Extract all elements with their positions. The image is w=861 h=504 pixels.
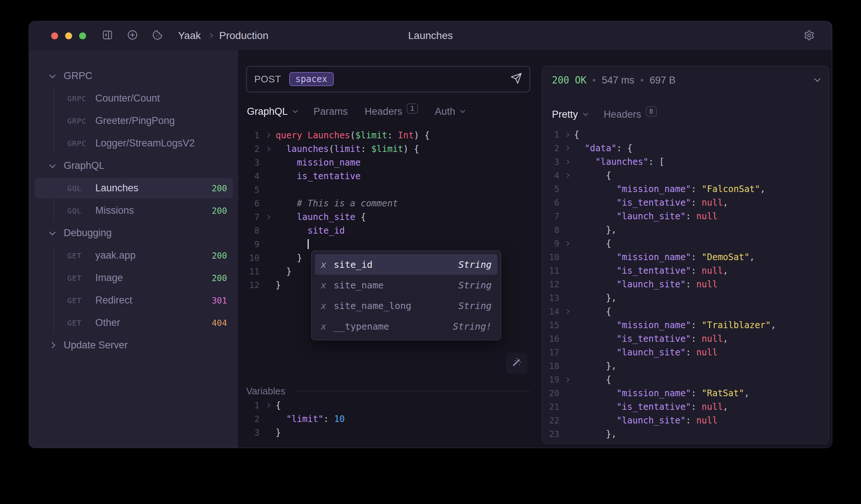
app-window: Yaak Production Launches GRPC GRPC Count… [29,21,832,448]
fold-icon[interactable] [265,146,270,151]
response-body-viewer[interactable]: 1 { 2 "data": { 3 "launches": [ 4 { 5 "m… [542,128,829,444]
sidebar-request-item[interactable]: GET Other 404 [29,312,238,334]
line-number: 14 [542,305,559,319]
cookies-button[interactable] [151,29,164,42]
code-line: 24 { [542,441,829,444]
collapse-response-button[interactable] [815,77,819,84]
close-button[interactable] [51,32,58,39]
fold-column [559,210,574,223]
line-number: 7 [238,210,259,224]
code-line: 16 "is_tentative": null, [542,332,829,346]
fold-column [259,210,276,224]
fold-icon[interactable] [564,377,569,382]
request-label: Redirect [95,295,212,306]
code-line: 15 "mission_name": "Trailblazer", [542,319,829,332]
field-kind-glyph: x [321,301,326,311]
breadcrumb-app[interactable]: Yaak [178,30,201,42]
titlebar: Yaak Production Launches [29,21,832,50]
sidebar-request-item[interactable]: GET yaak.app 200 [29,244,238,267]
chevron-right-icon [208,33,213,38]
fold-icon[interactable] [564,132,569,137]
zoom-button[interactable] [79,32,86,39]
sidebar-request-item[interactable]: GET Redirect 301 [29,289,238,312]
divider [295,391,530,391]
sidebar-folder[interactable]: Update Server [29,334,238,356]
status-code-badge: 200 [212,184,227,193]
settings-button[interactable] [802,29,816,43]
chevron-icon [50,231,62,235]
code-text: mission_name [276,156,538,170]
minimize-button[interactable] [65,32,72,39]
panel-left-icon [102,29,113,42]
sidebar-request-item[interactable]: GQL Missions 200 [29,199,238,222]
fold-column [559,251,574,264]
code-line: 2 "limit": 10 [238,412,538,426]
suggestion-label: site_name_long [334,301,411,311]
line-number: 2 [238,142,259,156]
sidebar-folder[interactable]: GraphQL [29,155,238,177]
sidebar-request-item[interactable]: GET Image 200 [29,267,238,289]
suggestion-type: String [458,301,492,311]
code-text: "launch_site": null [574,346,829,359]
sidebar-folder[interactable]: Debugging [29,222,238,244]
tab[interactable]: Pretty [552,109,587,120]
line-number: 5 [542,182,559,196]
autocomplete-item[interactable]: x site_id String [315,254,497,275]
chevron-down-icon [583,111,588,116]
code-line: 21 "is_tentative": null, [542,400,829,414]
tab[interactable]: Auth [435,106,464,117]
line-number: 21 [542,400,559,414]
code-text: "is_tentative": null, [574,332,829,346]
fold-column [559,332,574,346]
breadcrumb-workspace[interactable]: Production [219,30,269,42]
fold-icon[interactable] [265,133,270,138]
autocomplete-item[interactable]: x site_name_long String [315,295,497,316]
fold-icon[interactable] [564,173,569,178]
code-text: { [574,237,829,251]
fold-icon[interactable] [564,146,569,150]
tab[interactable]: GraphQL [247,106,297,117]
line-number: 18 [542,359,559,373]
sidebar-rows: GRPC GRPC Counter/Count GRPC Greeter/Pin… [29,50,238,356]
code-text: launch_site { [276,210,538,224]
field-kind-glyph: x [321,280,326,291]
tab-label: GraphQL [247,106,288,117]
line-number: 2 [238,412,259,426]
code-line: 18 }, [542,359,829,373]
fold-column [559,387,574,400]
fold-icon[interactable] [564,159,569,164]
sidebar-folder[interactable]: GRPC [29,65,238,87]
variables-editor[interactable]: 1 { 2 "limit": 10 3 } [238,399,538,440]
sidebar-request-item[interactable]: GRPC Greeter/PingPong [29,110,238,132]
status-code-badge: 200 [212,206,227,216]
sidebar-request-item[interactable]: GRPC Logger/StreamLogsV2 [29,132,238,155]
fold-column [559,169,574,182]
autocomplete-item[interactable]: x site_name String [315,275,497,295]
toggle-sidebar-button[interactable] [101,29,114,42]
send-button[interactable] [510,72,522,86]
fold-column [559,305,574,319]
fold-icon[interactable] [564,241,569,246]
url-bar[interactable]: POST spacex [246,66,530,92]
line-number: 3 [238,426,259,440]
format-button[interactable] [506,352,527,374]
cookie-icon [152,29,163,42]
sidebar: GRPC GRPC Counter/Count GRPC Greeter/Pin… [29,50,238,448]
sidebar-request-item[interactable]: GRPC Counter/Count [29,87,238,110]
response-header: 200 OK • 547 ms • 697 B [542,66,829,94]
suggestion-type: String! [453,321,492,332]
tab[interactable]: Params [313,106,348,117]
request-label: Counter/Count [95,93,227,104]
fold-icon[interactable] [564,309,569,314]
url-template-badge[interactable]: spacex [289,72,334,86]
tab[interactable]: Headers 1 [365,106,418,117]
line-number: 11 [542,264,559,278]
sidebar-request-item[interactable]: GQL Launches 200 [35,178,233,198]
line-number: 20 [542,387,559,400]
autocomplete-item[interactable]: x __typename String! [315,316,497,337]
folder-label: GRPC [64,70,92,82]
fold-icon[interactable] [265,214,270,219]
tab[interactable]: Headers 8 [604,109,657,120]
fold-icon[interactable] [265,403,270,408]
new-request-button[interactable] [126,29,139,42]
